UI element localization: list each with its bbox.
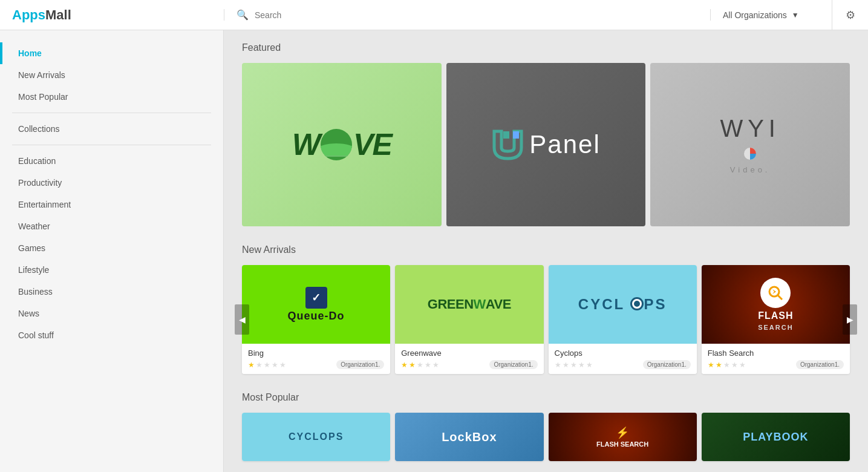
logo-apps: Apps bbox=[12, 7, 45, 22]
chevron-down-icon: ▼ bbox=[792, 11, 799, 19]
wyv-logo: WYI Video. bbox=[650, 63, 850, 226]
app-name-bing: Bing bbox=[248, 349, 384, 358]
search-input[interactable] bbox=[255, 10, 698, 20]
app-name-flashsearch: Flash Search bbox=[708, 349, 844, 358]
mp-thumb-cyclops: CYCLOPS bbox=[242, 413, 390, 461]
carousel-left-arrow[interactable]: ◀ bbox=[235, 304, 249, 335]
org-selector[interactable]: All Organizations ▼ bbox=[711, 10, 832, 20]
mp-thumb-lockbox: LockBox bbox=[395, 413, 543, 461]
org-badge-greenwave: Organization1. bbox=[489, 360, 537, 369]
stars-flashsearch: ★ ★ ★ ★ ★ bbox=[708, 361, 746, 369]
sidebar-item-news[interactable]: News bbox=[0, 303, 223, 324]
app-info-greenwave: Greenwave ★ ★ ★ ★ ★ Organization1. bbox=[395, 344, 543, 374]
sidebar-item-business[interactable]: Business bbox=[0, 281, 223, 303]
sidebar-divider-1 bbox=[12, 113, 211, 113]
search-bar[interactable]: 🔍 bbox=[224, 9, 711, 21]
carousel-right-arrow[interactable]: ▶ bbox=[843, 304, 857, 335]
header: AppsMall 🔍 All Organizations ▼ ⚙ bbox=[0, 0, 868, 30]
new-arrivals-title: New Arrivals bbox=[242, 244, 850, 255]
sidebar-item-weather[interactable]: Weather bbox=[0, 215, 223, 237]
stars-greenwave: ★ ★ ★ ★ ★ bbox=[401, 361, 439, 369]
app-name-greenwave: Greenwave bbox=[401, 349, 537, 358]
app-info-cyclops: Cyclops ★ ★ ★ ★ ★ Organization1. bbox=[549, 344, 697, 374]
sidebar-item-new-arrivals[interactable]: New Arrivals bbox=[0, 64, 223, 86]
sidebar-item-entertainment[interactable]: Entertainment bbox=[0, 194, 223, 215]
sidebar: Home New Arrivals Most Popular Collectio… bbox=[0, 30, 224, 472]
settings-button[interactable]: ⚙ bbox=[832, 0, 868, 30]
wave-logo: W VE bbox=[242, 63, 442, 226]
app-info-bing: Bing ★ ★ ★ ★ ★ Organization1. bbox=[242, 344, 390, 374]
flash-search-icon bbox=[760, 278, 791, 308]
new-arrivals-row: ◀ ✓ Queue-Do Bing ★ ★ bbox=[242, 265, 850, 374]
svg-line-4 bbox=[778, 295, 782, 300]
logo[interactable]: AppsMall bbox=[0, 7, 224, 23]
mp-card-playbook[interactable]: PLAYBOOK bbox=[702, 413, 850, 461]
most-popular-title: Most Popular bbox=[242, 392, 850, 403]
gear-icon: ⚙ bbox=[846, 8, 855, 22]
app-info-flashsearch: Flash Search ★ ★ ★ ★ ★ Organization1. bbox=[702, 344, 850, 374]
org-badge-cyclops: Organization1. bbox=[643, 360, 691, 369]
most-popular-section: Most Popular CYCLOPS LockBox bbox=[242, 392, 850, 461]
featured-wave[interactable]: W VE bbox=[242, 63, 442, 226]
search-icon: 🔍 bbox=[237, 9, 249, 21]
stars-bing: ★ ★ ★ ★ ★ bbox=[248, 361, 286, 369]
stars-cyclops: ★ ★ ★ ★ ★ bbox=[555, 361, 593, 369]
app-card-greenwave[interactable]: GREENWAVE Greenwave ★ ★ ★ ★ ★ bbox=[395, 265, 543, 374]
app-thumb-cyclops: CYCL PS bbox=[549, 265, 697, 344]
app-name-cyclops: Cyclops bbox=[555, 349, 691, 358]
app-thumb-bing: ✓ Queue-Do bbox=[242, 265, 390, 344]
featured-upanel[interactable]: Panel bbox=[446, 63, 646, 226]
main-content: Featured W VE bbox=[224, 30, 868, 472]
sidebar-item-collections[interactable]: Collections bbox=[0, 118, 223, 140]
sidebar-item-games[interactable]: Games bbox=[0, 237, 223, 259]
app-body: Home New Arrivals Most Popular Collectio… bbox=[0, 30, 868, 472]
org-badge-flashsearch: Organization1. bbox=[796, 360, 844, 369]
sidebar-item-education[interactable]: Education bbox=[0, 150, 223, 172]
sidebar-divider-2 bbox=[12, 145, 211, 145]
sidebar-item-home[interactable]: Home bbox=[0, 42, 223, 64]
sidebar-item-most-popular[interactable]: Most Popular bbox=[0, 86, 223, 108]
org-label: All Organizations bbox=[723, 10, 787, 20]
app-thumb-flashsearch: FLASH SEARCH bbox=[702, 265, 850, 344]
featured-wyv[interactable]: WYI Video. bbox=[650, 63, 850, 226]
mp-card-lockbox[interactable]: LockBox bbox=[395, 413, 543, 461]
featured-title: Featured bbox=[242, 42, 850, 53]
logo-mall: Mall bbox=[45, 7, 71, 22]
app-card-cyclops[interactable]: CYCL PS Cyclops ★ ★ ★ bbox=[549, 265, 697, 374]
sidebar-item-lifestyle[interactable]: Lifestyle bbox=[0, 259, 223, 281]
app-card-flashsearch[interactable]: FLASH SEARCH Flash Search ★ ★ ★ ★ bbox=[702, 265, 850, 374]
org-badge-bing: Organization1. bbox=[336, 360, 384, 369]
featured-section: Featured W VE bbox=[242, 42, 850, 226]
mp-thumb-playbook: PLAYBOOK bbox=[702, 413, 850, 461]
new-arrivals-section: New Arrivals ◀ ✓ Queue-Do Bing bbox=[242, 244, 850, 374]
svg-rect-0 bbox=[503, 131, 509, 139]
most-popular-row: CYCLOPS LockBox ⚡ FLASH SEARCH bbox=[242, 413, 850, 461]
mp-card-cyclops[interactable]: CYCLOPS bbox=[242, 413, 390, 461]
app-card-bing[interactable]: ✓ Queue-Do Bing ★ ★ ★ ★ ★ bbox=[242, 265, 390, 374]
app-thumb-greenwave: GREENWAVE bbox=[395, 265, 543, 344]
sidebar-item-productivity[interactable]: Productivity bbox=[0, 172, 223, 194]
mp-card-flashsearch-mp[interactable]: ⚡ FLASH SEARCH bbox=[549, 413, 697, 461]
svg-rect-1 bbox=[513, 131, 519, 139]
upanel-icon bbox=[491, 128, 524, 162]
featured-row: W VE bbox=[242, 63, 850, 226]
upanel-logo: Panel bbox=[446, 63, 646, 226]
wyv-pie-icon bbox=[743, 147, 757, 160]
sidebar-item-cool-stuff[interactable]: Cool stuff bbox=[0, 324, 223, 346]
mp-thumb-flashsearch: ⚡ FLASH SEARCH bbox=[549, 413, 697, 461]
